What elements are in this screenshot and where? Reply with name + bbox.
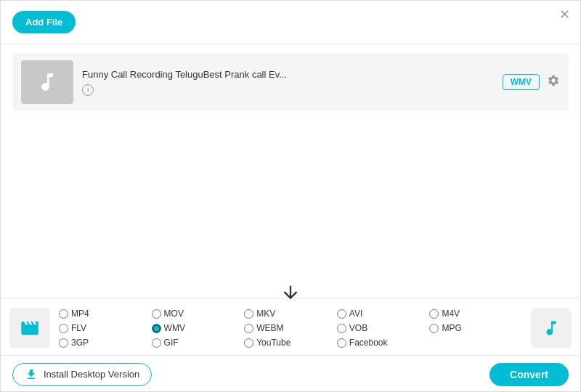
format-label-facebook: Facebook: [349, 338, 388, 348]
format-radio-3gp[interactable]: [59, 338, 68, 348]
format-label-webm: WEBM: [256, 323, 283, 333]
format-option-mkv[interactable]: MKV: [244, 309, 337, 319]
format-radio-facebook[interactable]: [337, 338, 346, 348]
file-item: Funny Call Recording TeluguBest Prank ca…: [12, 53, 569, 111]
format-label-youtube: YouTube: [256, 338, 290, 348]
format-radio-vob[interactable]: [337, 324, 346, 333]
add-file-button[interactable]: Add File: [12, 11, 76, 33]
close-button[interactable]: ✕: [559, 8, 570, 21]
format-option-3gp[interactable]: 3GP: [59, 338, 152, 348]
format-label-gif: GIF: [164, 338, 179, 348]
middle-area: [1, 180, 580, 298]
format-area: MP4 MOV MKV AVI M4V: [1, 298, 580, 355]
format-label-m4v: M4V: [442, 309, 460, 319]
format-radio-webm[interactable]: [244, 324, 253, 333]
format-inner: MP4 MOV MKV AVI M4V: [1, 306, 580, 351]
settings-icon[interactable]: [547, 74, 560, 90]
format-radio-mp4[interactable]: [59, 309, 68, 319]
music-icon: [36, 70, 59, 94]
format-option-mov[interactable]: MOV: [152, 309, 245, 319]
format-radio-m4v[interactable]: [429, 309, 439, 319]
format-option-mpg[interactable]: MPG: [429, 323, 522, 333]
format-radio-mov[interactable]: [152, 309, 161, 319]
format-option-vob[interactable]: VOB: [337, 323, 430, 333]
format-option-webm[interactable]: WEBM: [244, 323, 337, 333]
format-radio-gif[interactable]: [152, 338, 161, 348]
format-radio-mpg[interactable]: [429, 324, 439, 333]
format-label-mpg: MPG: [442, 323, 461, 333]
format-option-facebook[interactable]: Facebook: [337, 338, 430, 348]
file-thumbnail: [21, 60, 73, 104]
file-name: Funny Call Recording TeluguBest Prank ca…: [82, 69, 494, 80]
install-label: Install Desktop Version: [44, 369, 139, 380]
format-label-wmv: WMV: [164, 323, 185, 333]
format-option-wmv[interactable]: WMV: [152, 323, 245, 333]
file-area: Funny Call Recording TeluguBest Prank ca…: [1, 44, 580, 180]
format-label-avi: AVI: [349, 309, 362, 319]
footer: Install Desktop Version Convert: [1, 355, 580, 392]
download-icon: [25, 368, 38, 381]
format-radio-wmv[interactable]: [152, 324, 161, 333]
header: Add File: [1, 1, 580, 44]
format-badge[interactable]: WMV: [503, 74, 540, 90]
format-grid: MP4 MOV MKV AVI M4V: [59, 306, 522, 351]
file-info: Funny Call Recording TeluguBest Prank ca…: [82, 69, 494, 96]
main-content: Funny Call Recording TeluguBest Prank ca…: [1, 44, 580, 392]
format-option-avi[interactable]: AVI: [337, 309, 430, 319]
video-format-icon-box: [9, 308, 50, 348]
convert-button[interactable]: Convert: [489, 363, 569, 386]
format-label-mp4: MP4: [71, 309, 89, 319]
format-radio-avi[interactable]: [337, 309, 346, 319]
format-label-mov: MOV: [164, 309, 184, 319]
format-radio-flv[interactable]: [59, 324, 68, 333]
info-icon[interactable]: i: [82, 84, 94, 96]
format-radio-youtube[interactable]: [244, 338, 253, 348]
format-arrow: [280, 282, 301, 307]
format-option-mp4[interactable]: MP4: [59, 309, 152, 319]
format-label-vob: VOB: [349, 323, 367, 333]
format-option-m4v[interactable]: M4V: [429, 309, 522, 319]
install-desktop-button[interactable]: Install Desktop Version: [12, 363, 152, 386]
format-option-flv[interactable]: FLV: [59, 323, 152, 333]
file-actions: WMV: [503, 74, 560, 90]
format-label-flv: FLV: [71, 323, 86, 333]
audio-format-icon-box: [531, 308, 572, 348]
format-option-gif[interactable]: GIF: [152, 338, 245, 348]
format-radio-mkv[interactable]: [244, 309, 253, 319]
format-label-3gp: 3GP: [71, 338, 89, 348]
format-option-youtube[interactable]: YouTube: [244, 338, 337, 348]
format-label-mkv: MKV: [256, 309, 275, 319]
